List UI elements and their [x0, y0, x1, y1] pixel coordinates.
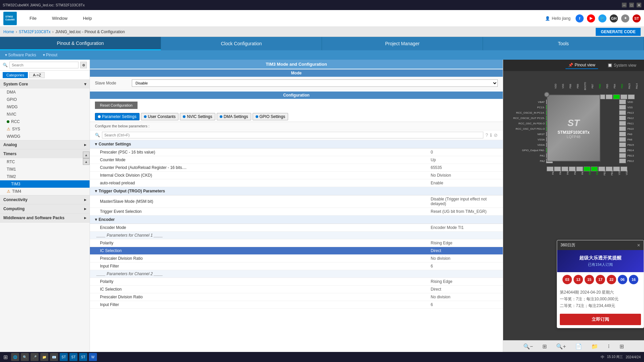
- sidebar-item-tim4[interactable]: ⚠ TIM4: [0, 188, 90, 195]
- sidebar-item-sys[interactable]: ⚠ SYS: [0, 125, 90, 133]
- pin-pb12[interactable]: [619, 159, 626, 163]
- sidebar-item-tim2[interactable]: TIM2: [0, 173, 90, 180]
- lottery-close-button[interactable]: ✕: [637, 243, 640, 248]
- sidebar-item-rcc[interactable]: RCC: [0, 118, 90, 125]
- sidebar-item-rtc[interactable]: RTC: [0, 158, 90, 166]
- taskbar-word[interactable]: W: [89, 353, 97, 361]
- slave-mode-select[interactable]: Disable: [132, 79, 498, 87]
- pin-pb4[interactable]: [606, 95, 612, 99]
- pin-pb15[interactable]: [619, 142, 626, 147]
- tim2-label: TIM2: [7, 174, 16, 179]
- zoom-out-button[interactable]: 🔍−: [522, 342, 534, 351]
- sidebar-item-wwdg[interactable]: WWDG: [0, 133, 90, 140]
- counter-settings-header[interactable]: ▾ Counter Settings: [90, 140, 503, 148]
- youtube-icon[interactable]: ▶: [587, 14, 595, 22]
- maximize-button[interactable]: □: [629, 3, 634, 7]
- sidebar-item-iwdg[interactable]: IWDG: [0, 103, 90, 111]
- sidebar-scroll-up[interactable]: ▲: [83, 152, 90, 158]
- pin-pb14[interactable]: [619, 148, 626, 153]
- taskbar-search[interactable]: 🔍: [21, 353, 29, 361]
- reset-configuration-button[interactable]: Reset Configuration: [95, 102, 138, 109]
- menu-file[interactable]: File: [27, 14, 39, 22]
- sidebar-item-tim3[interactable]: TIM3: [0, 180, 90, 188]
- fit-button[interactable]: ⊞: [541, 342, 548, 351]
- taskbar-browser[interactable]: 🌐: [11, 353, 19, 361]
- encoder-mode-label: Encoder Mode: [100, 225, 431, 230]
- pin-pa11[interactable]: [619, 121, 626, 126]
- subtab-pinout[interactable]: ▾ Pinout: [43, 53, 57, 57]
- param-search-input[interactable]: [102, 132, 483, 138]
- encoder-settings-header[interactable]: ▾ Encoder: [90, 216, 503, 224]
- export-button[interactable]: 📄: [574, 342, 583, 351]
- pin-pa13[interactable]: [619, 110, 626, 115]
- taskbar-stm32-1[interactable]: ST: [60, 353, 68, 361]
- lottery-subscribe-button[interactable]: 立即订阅: [560, 314, 641, 325]
- pin-vdd-right[interactable]: [619, 100, 626, 104]
- sidebar-section-header-computing[interactable]: Computing ▸: [0, 204, 90, 213]
- sidebar-item-nvic[interactable]: NVIC: [0, 111, 90, 118]
- trgo-settings-header[interactable]: ▾ Trigger Output (TRGO) Parameters: [90, 187, 503, 195]
- dma-tab-dot: [220, 115, 222, 118]
- right-pin-pa8-row: PA8: [619, 137, 632, 142]
- menu-help[interactable]: Help: [80, 14, 95, 22]
- github-icon[interactable]: GH: [610, 14, 618, 22]
- import-button[interactable]: 📁: [590, 342, 599, 351]
- sidebar-section-header-timers[interactable]: Timers ▾: [0, 149, 90, 158]
- param-trigger-event: Trigger Event Selection Reset (UG bit fr…: [90, 208, 503, 216]
- view-tab-categories[interactable]: Categories: [3, 72, 28, 78]
- star-icon[interactable]: ✦: [621, 14, 629, 22]
- config-tab-dma[interactable]: DMA Settings: [217, 113, 251, 120]
- config-tab-user-constants[interactable]: User Constants: [141, 113, 179, 120]
- config-tab-gpio[interactable]: GPIO Settings: [253, 113, 288, 120]
- menu-window[interactable]: Window: [49, 14, 70, 22]
- sidebar-item-gpio[interactable]: GPIO: [0, 96, 90, 103]
- tab-pinout-configuration[interactable]: Pinout & Configuration: [0, 37, 161, 50]
- start-button[interactable]: ⊞: [3, 354, 8, 360]
- system-view-button[interactable]: 🔲 System view: [605, 62, 639, 69]
- twitter-icon[interactable]: 🐦: [598, 14, 606, 22]
- tab-project-manager[interactable]: Project Manager: [322, 37, 483, 50]
- settings-button[interactable]: ⚙: [80, 62, 87, 68]
- config-tab-nvic[interactable]: NVIC Settings: [180, 113, 215, 120]
- sidebar-item-dma[interactable]: DMA: [0, 88, 90, 96]
- breadcrumb-home[interactable]: Home: [3, 29, 14, 34]
- pin-vss-right[interactable]: [619, 105, 626, 110]
- taskbar-file[interactable]: 📁: [40, 353, 48, 361]
- table-button[interactable]: ⊞: [618, 342, 625, 351]
- tab-clock-configuration[interactable]: Clock Configuration: [161, 37, 322, 50]
- pin-pa14[interactable]: [628, 95, 635, 99]
- breadcrumb-device[interactable]: STM32F103C8Tx: [19, 29, 51, 34]
- param-ch1-ic-selection[interactable]: IC Selection Direct: [90, 247, 503, 255]
- timers-scroll-down[interactable]: ▲: [83, 158, 90, 165]
- tab-tools[interactable]: Tools: [483, 37, 644, 50]
- pin-pa8[interactable]: [619, 137, 626, 142]
- right-label-pa8: PA8: [627, 138, 632, 141]
- config-tab-parameter[interactable]: Parameter Settings: [95, 113, 140, 120]
- zoom-in-button[interactable]: 🔍+: [555, 342, 567, 351]
- columns-button[interactable]: ⫶: [606, 342, 611, 351]
- sidebar-section-header-connectivity[interactable]: Connectivity ▸: [0, 195, 90, 204]
- pin-pb13[interactable]: [619, 153, 626, 158]
- sidebar-section-header-middleware[interactable]: Middleware and Software Packs ▸: [0, 214, 90, 222]
- taskbar-stm32-2[interactable]: ST: [69, 353, 77, 361]
- view-tab-az[interactable]: A->Z: [29, 72, 45, 78]
- generate-code-button[interactable]: GENERATE CODE: [596, 28, 641, 36]
- taskbar-cortana[interactable]: 🎤: [31, 353, 39, 361]
- taskbar-mail[interactable]: 📧: [50, 353, 58, 361]
- facebook-icon[interactable]: f: [576, 14, 584, 22]
- sidebar-section-header-system-core[interactable]: System Core ▾: [0, 80, 90, 88]
- pin-pa12[interactable]: [619, 116, 626, 120]
- close-button[interactable]: ✕: [637, 3, 641, 7]
- minimize-button[interactable]: ─: [622, 3, 627, 7]
- pin-pb3[interactable]: [613, 95, 620, 99]
- sidebar-item-tim1[interactable]: TIM1: [0, 166, 90, 173]
- pin-pa15[interactable]: [621, 95, 627, 99]
- st-icon[interactable]: ST: [633, 14, 641, 22]
- sidebar-section-header-analog[interactable]: Analog ▸: [0, 140, 90, 149]
- subtab-software-packs[interactable]: ▾ Software Packs: [5, 53, 36, 57]
- pin-pa9[interactable]: [619, 132, 626, 136]
- search-input[interactable]: [9, 62, 78, 68]
- pin-pa10[interactable]: [619, 126, 626, 131]
- pinout-view-button[interactable]: 📌 Pinout view: [566, 62, 598, 69]
- taskbar-stm32-3[interactable]: ST: [79, 353, 87, 361]
